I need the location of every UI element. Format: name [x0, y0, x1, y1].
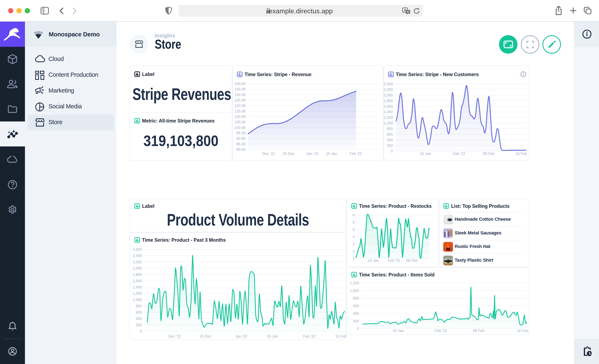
- svg-text:600: 600: [353, 304, 359, 308]
- svg-text:15 Jan: 15 Jan: [326, 152, 337, 156]
- svg-text:1,200: 1,200: [350, 281, 359, 285]
- svg-text:08 Feb: 08 Feb: [406, 258, 418, 263]
- svg-text:0: 0: [391, 149, 393, 153]
- svg-text:400: 400: [353, 311, 359, 316]
- svg-text:Feb '22: Feb '22: [303, 334, 315, 338]
- svg-text:1,400: 1,400: [133, 285, 142, 289]
- svg-text:Dec '21: Dec '21: [168, 334, 181, 338]
- svg-text:1: 1: [352, 257, 355, 261]
- svg-text:2,200: 2,200: [133, 260, 142, 264]
- svg-text:5: 5: [352, 228, 355, 232]
- svg-text:400: 400: [387, 138, 393, 142]
- svg-text:2: 2: [352, 249, 355, 254]
- svg-text:2,400: 2,400: [133, 254, 142, 258]
- svg-text:1,600: 1,600: [133, 279, 142, 283]
- svg-text:文: 文: [406, 10, 409, 14]
- svg-text:80.0K: 80.0K: [236, 147, 246, 152]
- svg-text:120.0K: 120.0K: [234, 104, 246, 108]
- svg-text:140.0K: 140.0K: [234, 82, 246, 86]
- svg-text:1,200: 1,200: [133, 291, 142, 296]
- svg-text:Feb '22: Feb '22: [453, 152, 465, 156]
- svg-text:90.0K: 90.0K: [236, 136, 246, 141]
- svg-text:800: 800: [387, 127, 393, 131]
- svg-text:2,600: 2,600: [133, 247, 142, 251]
- svg-text:95.0K: 95.0K: [236, 131, 246, 135]
- svg-text:1,000: 1,000: [350, 289, 359, 293]
- svg-text:105.0K: 105.0K: [234, 120, 246, 124]
- svg-text:24 Jan: 24 Jan: [393, 329, 404, 333]
- svg-text:1,200: 1,200: [384, 115, 393, 120]
- svg-text:100.0K: 100.0K: [234, 126, 246, 130]
- svg-text:200: 200: [387, 143, 393, 148]
- svg-text:15 Jan: 15 Jan: [267, 334, 278, 338]
- svg-text:1,000: 1,000: [133, 298, 142, 302]
- svg-text:24 Jan: 24 Jan: [420, 152, 431, 156]
- svg-text:1,400: 1,400: [384, 110, 393, 114]
- svg-text:15 Feb: 15 Feb: [335, 334, 346, 338]
- svg-text:400: 400: [136, 317, 142, 321]
- svg-text:110.0K: 110.0K: [235, 115, 246, 119]
- svg-text:08 Feb: 08 Feb: [483, 152, 494, 156]
- svg-text:Feb '22: Feb '22: [435, 329, 447, 333]
- svg-text:16 Feb: 16 Feb: [515, 152, 527, 156]
- svg-text:24 Jan: 24 Jan: [368, 258, 379, 263]
- svg-text:2,000: 2,000: [133, 266, 142, 270]
- svg-text:Dec '21: Dec '21: [263, 152, 275, 156]
- svg-text:2,400: 2,400: [384, 82, 393, 86]
- svg-text:6: 6: [352, 213, 355, 217]
- svg-text:600: 600: [136, 310, 142, 314]
- svg-text:1,600: 1,600: [384, 104, 393, 109]
- svg-text:130.0K: 130.0K: [234, 93, 246, 97]
- svg-text:1,800: 1,800: [133, 273, 142, 277]
- svg-text:1,000: 1,000: [384, 121, 393, 125]
- svg-text:2,000: 2,000: [384, 93, 393, 97]
- svg-text:135.0K: 135.0K: [234, 87, 246, 91]
- svg-text:0: 0: [140, 329, 142, 333]
- svg-text:600: 600: [387, 132, 393, 136]
- svg-text:85.0K: 85.0K: [236, 142, 246, 146]
- svg-text:800: 800: [353, 296, 359, 300]
- svg-text:Jan '22: Jan '22: [235, 334, 247, 338]
- svg-text:200: 200: [353, 319, 359, 323]
- svg-text:15 Dec: 15 Dec: [282, 152, 294, 156]
- svg-text:200: 200: [136, 323, 142, 327]
- svg-text:08 Feb: 08 Feb: [473, 329, 484, 333]
- svg-text:1,800: 1,800: [384, 99, 393, 103]
- svg-text:125.0K: 125.0K: [234, 98, 246, 102]
- svg-text:3: 3: [352, 242, 355, 246]
- svg-text:0: 0: [357, 327, 359, 331]
- svg-text:Feb '22: Feb '22: [388, 258, 400, 263]
- svg-text:2,200: 2,200: [384, 88, 393, 92]
- svg-text:15 Dec: 15 Dec: [199, 334, 211, 338]
- svg-text:16 Feb: 16 Feb: [517, 329, 528, 333]
- svg-text:Jan '22: Jan '22: [306, 152, 318, 156]
- svg-text:800: 800: [136, 304, 142, 308]
- svg-text:Feb '22: Feb '22: [349, 152, 362, 156]
- svg-text:5: 5: [352, 220, 355, 224]
- svg-text:115.0K: 115.0K: [235, 109, 246, 113]
- svg-text:4: 4: [352, 235, 355, 239]
